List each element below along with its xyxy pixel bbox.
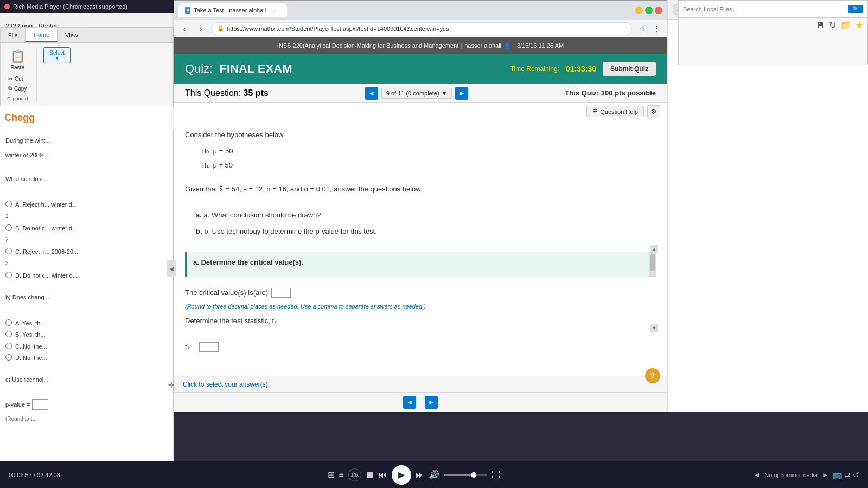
chrome-back-button[interactable]: ‹	[178, 23, 190, 35]
left-option-d[interactable]: D. Do not c... winter d...	[5, 271, 168, 281]
repeat-icon[interactable]: ↺	[853, 471, 859, 479]
play-button[interactable]: ▶	[392, 465, 411, 485]
cut-icon: ✂	[8, 76, 12, 82]
q-part-b: b. b. Use technology to determine the p-…	[196, 226, 656, 237]
folder-icon[interactable]: 📁	[840, 20, 851, 30]
radio-no-c	[5, 343, 12, 349]
speed-button[interactable]: 10x	[348, 468, 361, 481]
chrome-addressbar: ‹ › 🔒 https://www.mathxl.com/Student/Pla…	[174, 20, 667, 37]
radio-no-d	[5, 354, 12, 361]
left-c-text: c) Use technol...	[5, 375, 168, 385]
scroll-down-indicator[interactable]: ▼	[650, 324, 658, 332]
dropdown-arrow-icon: ▼	[442, 90, 448, 97]
mathxl-course: INSS 220(Analytical Decision-Making for …	[277, 42, 458, 49]
prev-question-button[interactable]: ◄	[365, 87, 378, 100]
radio-yes-b	[5, 331, 12, 337]
playlist-button[interactable]: ≡	[339, 470, 344, 480]
left-panel-text-1: During the wint...	[5, 136, 168, 146]
ribbon-tab-home[interactable]: Home	[26, 28, 58, 42]
copy-button[interactable]: ⧉ Copy	[5, 84, 30, 93]
refresh-icon[interactable]: ↻	[829, 20, 836, 30]
left-option-b-text: B. Do not c... winter d...	[15, 224, 77, 234]
clipboard-group-label: Clipboard	[7, 96, 28, 101]
chrome-window-buttons	[635, 7, 662, 14]
ribbon-tab-view[interactable]: View	[58, 28, 86, 42]
no-upcoming-text: No upcoming media	[764, 472, 818, 478]
cut-button[interactable]: ✂ Cut	[5, 75, 30, 83]
monitor-icon[interactable]: 🖥	[816, 21, 825, 30]
shuffle-icon[interactable]: ⇄	[844, 471, 851, 479]
upcoming-arrow-left[interactable]: ◄	[754, 471, 760, 479]
chrome-menu-btn[interactable]: ⋮	[650, 23, 662, 35]
chrome-bottom-nav: ◄ ►	[174, 392, 667, 412]
mathxl-user-icon: 👤	[503, 42, 511, 49]
search-go-button[interactable]: 🔍	[848, 5, 863, 13]
left-option-no-d[interactable]: D. No, the...	[5, 354, 168, 363]
left-num-2: 2	[5, 235, 168, 244]
left-option-yes-b[interactable]: B. Yes, th...	[5, 330, 168, 340]
ribbon-tabs: File Home View	[1, 28, 173, 43]
bottom-prev-button[interactable]: ◄	[403, 396, 416, 409]
chrome-minimize-button[interactable]	[635, 7, 643, 14]
chrome-maximize-button[interactable]	[645, 7, 653, 14]
left-option-c[interactable]: C. Reject h... 2008-20...	[5, 247, 168, 257]
radio-a	[5, 201, 12, 207]
ribbon-tab-file[interactable]: File	[1, 28, 26, 42]
quiz-pts-value: 300 pts possible	[601, 89, 656, 97]
chrome-bookmark-btn[interactable]: ☆	[636, 23, 648, 35]
media-title-dot	[4, 4, 10, 9]
media-right-area: ◄ No upcoming media ► 📺 ⇄ ↺	[754, 471, 859, 479]
panel-collapse-arrow[interactable]: ◀	[167, 260, 176, 277]
left-option-c-text: C. Reject h... 2008-20...	[15, 247, 78, 257]
chrome-close-button[interactable]	[655, 7, 662, 14]
select-button[interactable]: Select ▼	[43, 47, 71, 63]
media-current-time: 00:06:57	[9, 472, 32, 478]
ribbon-content: 📋 Paste ✂ Cut ⧉ Copy Clipboard Select ▼	[1, 43, 173, 106]
next-question-button[interactable]: ►	[455, 87, 468, 100]
next-button[interactable]: ⏭	[416, 470, 424, 480]
t-value-input[interactable]	[199, 342, 219, 352]
left-panel-content: During the wint... winter of 2009-... Wh…	[0, 130, 173, 433]
volume-slider[interactable]	[444, 474, 487, 476]
mathxl-datetime: 8/16/16 11:26 AM	[517, 42, 564, 49]
fullscreen-button[interactable]: ⛶	[492, 470, 500, 480]
question-content: ▲ Consider the hypotheses below. H₀: μ =…	[174, 120, 667, 354]
left-option-b[interactable]: B. Do not c... winter d...	[5, 224, 168, 234]
search-input[interactable]	[683, 6, 846, 12]
radio-yes-a	[5, 319, 12, 326]
select-label: Select	[49, 50, 65, 56]
floating-help-button[interactable]: ?	[645, 368, 660, 383]
quiz-title-text: FINAL EXAM	[219, 62, 292, 75]
mathxl-header: INSS 220(Analytical Decision-Making for …	[174, 37, 667, 54]
determine-label: a. Determine the critical value(s).	[193, 256, 649, 268]
chrome-favicon: P	[185, 7, 190, 14]
volume-knob[interactable]	[471, 472, 476, 478]
stop-button[interactable]: ⏹	[366, 470, 374, 480]
question-dropdown[interactable]: 9 of 11 (0 complete) ▼	[381, 88, 452, 99]
critical-value-input[interactable]	[271, 288, 291, 298]
test-stat-label: Determine the test statistic, tₓ	[185, 315, 656, 327]
upcoming-arrow-right[interactable]: ►	[822, 471, 828, 479]
chrome-url-bar[interactable]: 🔒 https://www.mathxl.com/Student/PlayerT…	[211, 22, 632, 35]
quiz-header: Quiz: FINAL EXAM Time Remaining: 01:33:3…	[174, 54, 667, 84]
left-option-yes-a[interactable]: A. Yes, th...	[5, 319, 168, 329]
bottom-next-button[interactable]: ►	[425, 396, 438, 409]
left-option-a[interactable]: A. Reject h... winter d...	[5, 200, 168, 210]
submit-quiz-button[interactable]: Submit Quiz	[603, 62, 656, 76]
question-nav-text: 9 of 11 (0 complete)	[386, 90, 439, 97]
screen-cast-icon[interactable]: 📺	[833, 471, 842, 479]
equalizer-button[interactable]: ⊞	[328, 470, 335, 480]
chrome-forward-button[interactable]: ›	[195, 23, 207, 35]
volume-icon[interactable]: 🔊	[429, 470, 439, 480]
star-icon[interactable]: ★	[856, 20, 863, 30]
paste-button[interactable]: 📋 Paste	[6, 47, 29, 73]
left-option-no-c[interactable]: C. No, the...	[5, 342, 168, 352]
click-select-bar: Click to select your answer(s).	[174, 376, 667, 392]
q-part-b-text: b. Use technology to determine the p-val…	[204, 227, 377, 235]
left-panel-text-3: What conclusi...	[5, 174, 168, 184]
prev-button[interactable]: ⏮	[379, 470, 387, 480]
chrome-tab-active[interactable]: P Take a Test - nasser alohali - Google …	[178, 3, 287, 17]
question-help-button[interactable]: ☰ Question Help	[586, 106, 644, 117]
settings-button[interactable]: ⚙	[647, 105, 660, 118]
left-panel-text-2: winter of 2009-...	[5, 150, 168, 160]
